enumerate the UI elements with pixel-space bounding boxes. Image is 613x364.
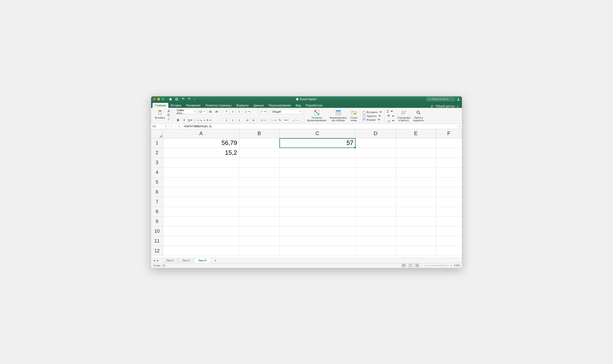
cell[interactable] bbox=[396, 177, 436, 187]
cell[interactable] bbox=[356, 246, 396, 256]
enter-formula-icon[interactable]: ✓ bbox=[174, 125, 177, 128]
cell[interactable] bbox=[279, 217, 356, 226]
percent-button[interactable]: % bbox=[277, 118, 282, 123]
decrease-decimal-button[interactable]: .0→ bbox=[296, 118, 301, 123]
row-header[interactable]: 1 bbox=[151, 138, 163, 148]
add-sheet-button[interactable]: ＋ bbox=[211, 257, 220, 264]
copy-icon[interactable] bbox=[167, 113, 171, 117]
col-header-e[interactable]: E bbox=[396, 129, 436, 138]
wrap-text-button[interactable] bbox=[261, 109, 266, 114]
cell[interactable] bbox=[163, 197, 239, 207]
cell[interactable] bbox=[356, 197, 396, 207]
cell[interactable] bbox=[239, 236, 279, 246]
cell[interactable] bbox=[396, 207, 436, 216]
cell[interactable] bbox=[396, 148, 436, 158]
maximize-window-button[interactable] bbox=[162, 98, 164, 101]
zoom-slider[interactable] bbox=[425, 265, 449, 266]
cell[interactable] bbox=[356, 177, 396, 187]
cell[interactable]: 57 bbox=[279, 138, 356, 148]
cell[interactable] bbox=[279, 246, 356, 256]
insert-cells-button[interactable]: Вставить bbox=[362, 110, 382, 114]
cell[interactable] bbox=[239, 217, 279, 226]
row-header[interactable]: 8 bbox=[151, 207, 163, 216]
align-right-button[interactable] bbox=[236, 118, 242, 123]
cut-icon[interactable] bbox=[167, 109, 171, 113]
col-header-b[interactable]: B bbox=[239, 129, 279, 138]
row-header[interactable]: 6 bbox=[151, 187, 163, 197]
cell[interactable] bbox=[436, 177, 462, 187]
cell[interactable] bbox=[239, 158, 279, 168]
cell[interactable] bbox=[436, 226, 462, 236]
row-header[interactable]: 7 bbox=[151, 197, 163, 207]
cell[interactable] bbox=[279, 197, 356, 207]
cell[interactable] bbox=[279, 177, 356, 187]
tab-home[interactable]: Главная bbox=[153, 103, 168, 108]
cell[interactable] bbox=[396, 226, 436, 236]
cell[interactable] bbox=[436, 158, 462, 168]
formula-input[interactable]: =ОКРУГЛВВЕРХ(A1; 0) bbox=[182, 125, 458, 128]
borders-button[interactable] bbox=[194, 118, 199, 123]
cell[interactable] bbox=[356, 148, 396, 158]
row-header[interactable]: 11 bbox=[151, 236, 163, 246]
cell[interactable] bbox=[163, 207, 239, 216]
increase-decimal-button[interactable]: ←.0 bbox=[290, 118, 295, 123]
view-normal-button[interactable] bbox=[401, 264, 406, 267]
cell[interactable] bbox=[436, 148, 462, 158]
decrease-font-icon[interactable]: A▾ bbox=[214, 109, 219, 114]
decrease-indent-button[interactable] bbox=[245, 118, 250, 123]
align-left-button[interactable] bbox=[224, 118, 229, 123]
font-size-combo[interactable]: 12 bbox=[198, 109, 207, 114]
cell[interactable] bbox=[163, 168, 239, 177]
tab-data[interactable]: Данные bbox=[251, 103, 266, 108]
qat-dropdown-icon[interactable] bbox=[194, 97, 196, 101]
tab-insert[interactable]: Вставка bbox=[168, 103, 184, 108]
search-box[interactable] bbox=[426, 97, 455, 101]
tab-pagelayout[interactable]: Разметка страницы bbox=[203, 103, 234, 108]
zoom-level[interactable]: 270% bbox=[454, 264, 460, 267]
search-input[interactable] bbox=[432, 98, 453, 101]
cell[interactable] bbox=[279, 187, 356, 197]
view-pagebreak-button[interactable] bbox=[415, 264, 419, 267]
zoom-out-button[interactable]: − bbox=[421, 264, 423, 267]
font-name-combo[interactable]: Calibri (Осн... bbox=[175, 109, 197, 114]
align-center-button[interactable] bbox=[230, 118, 235, 123]
italic-button[interactable]: К bbox=[181, 118, 187, 123]
tab-developer[interactable]: Разработчик bbox=[303, 103, 325, 108]
cell[interactable] bbox=[356, 226, 396, 236]
cell[interactable] bbox=[436, 197, 462, 207]
macro-record-icon[interactable] bbox=[162, 264, 166, 267]
merge-cells-button[interactable] bbox=[261, 118, 266, 123]
cell[interactable] bbox=[279, 226, 356, 236]
cell[interactable] bbox=[396, 236, 436, 246]
close-window-button[interactable] bbox=[153, 98, 156, 101]
sort-filter-button[interactable]: АЯ Сортировка и фильтр bbox=[397, 109, 411, 122]
cell[interactable] bbox=[396, 217, 436, 226]
col-header-a[interactable]: A bbox=[163, 129, 239, 138]
row-header[interactable]: 10 bbox=[151, 226, 163, 236]
cell[interactable] bbox=[396, 168, 436, 177]
cell[interactable] bbox=[239, 226, 279, 236]
col-header-d[interactable]: D bbox=[356, 129, 396, 138]
number-format-combo[interactable]: Общий bbox=[271, 109, 302, 114]
tab-formulas[interactable]: Формулы bbox=[234, 103, 251, 108]
format-painter-icon[interactable] bbox=[167, 117, 171, 121]
row-header[interactable]: 5 bbox=[151, 177, 163, 187]
zoom-in-button[interactable]: + bbox=[451, 264, 452, 267]
cell[interactable] bbox=[239, 187, 279, 197]
sheet-tab-1[interactable]: Лист1 bbox=[162, 258, 178, 263]
cell[interactable] bbox=[356, 236, 396, 246]
row-header[interactable]: 4 bbox=[151, 168, 163, 177]
cell[interactable] bbox=[279, 236, 356, 246]
cell[interactable] bbox=[436, 168, 462, 177]
undo-icon[interactable] bbox=[181, 97, 185, 101]
cell[interactable] bbox=[396, 187, 436, 197]
cell[interactable] bbox=[436, 236, 462, 246]
cell[interactable] bbox=[163, 246, 239, 256]
col-header-f[interactable]: F bbox=[436, 129, 462, 138]
cell[interactable] bbox=[279, 207, 356, 216]
cell[interactable] bbox=[239, 246, 279, 256]
delete-cells-button[interactable]: Удалить bbox=[362, 114, 382, 118]
tab-review[interactable]: Рецензирование bbox=[266, 103, 293, 108]
format-as-table-button[interactable]: Форматировать как таблицу bbox=[329, 109, 348, 122]
home-icon[interactable] bbox=[168, 97, 172, 101]
